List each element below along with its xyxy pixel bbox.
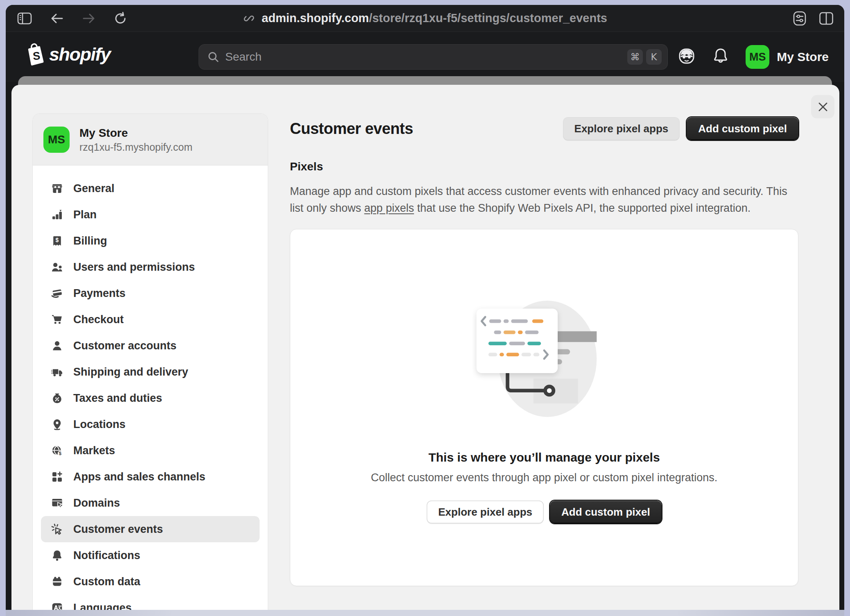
svg-text:$: $ [59, 451, 62, 456]
sidebar-item-custom-data[interactable]: Custom data [41, 568, 260, 595]
url-domain: admin.shopify.com [262, 11, 369, 25]
settings-modal: MS My Store rzq1xu-f5.myshopify.com Gene… [11, 85, 839, 610]
shopify-header: S shopify Search ⌘ K MS My Store [6, 32, 844, 82]
shopify-logo[interactable]: S shopify [25, 43, 111, 66]
app-pixels-link[interactable]: app pixels [364, 202, 414, 214]
store-card[interactable]: MS My Store rzq1xu-f5.myshopify.com [33, 114, 268, 165]
svg-text:S: S [32, 50, 41, 62]
sidebar-item-markets[interactable]: $ Markets [41, 437, 260, 464]
browser-window: admin.shopify.com/store/rzq1xu-f5/settin… [6, 5, 844, 616]
sidebar-item-users-and-permissions[interactable]: Users and permissions [41, 254, 260, 280]
sidebar-item-apps-and-sales-channels[interactable]: Apps and sales channels [41, 464, 260, 490]
languages-icon [51, 602, 63, 610]
sidebar-item-customer-events[interactable]: Customer events [41, 516, 260, 542]
sidebar-item-taxes-and-duties[interactable]: Taxes and duties [41, 385, 260, 411]
locations-icon [51, 418, 63, 431]
users-icon [51, 261, 63, 274]
back-icon[interactable] [50, 13, 64, 24]
forward-icon[interactable] [82, 13, 96, 24]
window-bottom-edge [6, 610, 844, 616]
search-placeholder: Search [225, 50, 627, 63]
notifications-icon [51, 549, 63, 562]
customer-events-icon [51, 523, 63, 536]
sidebar-item-notifications[interactable]: Notifications [41, 542, 260, 568]
settings-nav: General Plan $ Billing Users and permiss… [33, 165, 268, 610]
sidebar-item-domains[interactable]: Domains [41, 490, 260, 516]
sidebar-item-customer-accounts[interactable]: Customer accounts [41, 333, 260, 359]
sidebar-toggle-icon[interactable] [17, 12, 32, 25]
settings-sidebar: MS My Store rzq1xu-f5.myshopify.com Gene… [32, 113, 268, 610]
search-icon [207, 51, 219, 63]
customer-accounts-icon [51, 340, 63, 352]
svg-text:$: $ [56, 236, 59, 243]
sidebar-item-languages[interactable]: Languages [41, 595, 260, 610]
sidebar-item-locations[interactable]: Locations [41, 411, 260, 437]
reload-icon[interactable] [114, 12, 127, 25]
store-icon [51, 182, 63, 195]
settings-content: Customer events Explore pixel apps Add c… [290, 117, 798, 586]
pixels-empty-state-card: This is where you’ll manage your pixels … [290, 229, 798, 586]
apps-icon [51, 471, 63, 483]
close-button[interactable] [811, 95, 834, 118]
checkout-icon [51, 313, 63, 326]
extensions-icon[interactable] [793, 11, 807, 26]
account-store-name: My Store [777, 50, 829, 64]
payments-icon [51, 287, 63, 300]
sidebar-item-billing[interactable]: $ Billing [41, 228, 260, 254]
account-avatar: MS [746, 45, 769, 69]
shopify-wordmark: shopify [49, 44, 111, 65]
notifications-bell-icon[interactable] [713, 48, 728, 66]
split-view-icon[interactable] [819, 11, 834, 25]
account-menu[interactable]: MS My Store [746, 45, 829, 69]
store-card-name: My Store [79, 126, 192, 140]
sidebar-item-payments[interactable]: Payments [41, 280, 260, 306]
empty-state-heading: This is where you’ll manage your pixels [290, 451, 798, 464]
page-title: Customer events [290, 120, 413, 138]
sidebar-item-plan[interactable]: Plan [41, 202, 260, 228]
pixels-section-heading: Pixels [290, 160, 798, 173]
store-card-domain: rzq1xu-f5.myshopify.com [79, 140, 192, 154]
shopify-bag-icon: S [25, 43, 45, 66]
plan-icon [51, 208, 63, 221]
markets-icon: $ [51, 444, 63, 457]
empty-state-subtext: Collect customer events through app pixe… [290, 471, 798, 484]
link-icon [243, 12, 255, 25]
sidebar-item-checkout[interactable]: Checkout [41, 306, 260, 333]
shipping-icon [51, 366, 63, 378]
k-keycap: K [646, 49, 662, 65]
add-custom-pixel-button[interactable]: Add custom pixel [687, 117, 798, 140]
billing-icon: $ [51, 235, 63, 247]
search-input[interactable]: Search ⌘ K [199, 44, 668, 70]
browser-toolbar: admin.shopify.com/store/rzq1xu-f5/settin… [6, 5, 844, 32]
sidebar-item-general[interactable]: General [41, 175, 260, 202]
domains-icon [51, 497, 63, 510]
explore-pixel-apps-button-empty-state[interactable]: Explore pixel apps [427, 500, 544, 523]
close-icon [817, 101, 829, 113]
pixels-description: Manage app and custom pixels that access… [290, 183, 787, 217]
pixels-illustration [472, 298, 616, 418]
taxes-icon [51, 392, 63, 405]
add-custom-pixel-button-empty-state[interactable]: Add custom pixel [550, 500, 662, 523]
sidebar-item-shipping-and-delivery[interactable]: Shipping and delivery [41, 359, 260, 385]
cmd-keycap: ⌘ [627, 49, 643, 65]
custom-data-icon [51, 575, 63, 588]
sidekick-icon[interactable] [678, 47, 696, 67]
store-avatar: MS [43, 127, 70, 153]
address-bar[interactable]: admin.shopify.com/store/rzq1xu-f5/settin… [243, 11, 607, 25]
url-path: /store/rzq1xu-f5/settings/customer_event… [369, 11, 607, 25]
explore-pixel-apps-button[interactable]: Explore pixel apps [563, 117, 680, 140]
